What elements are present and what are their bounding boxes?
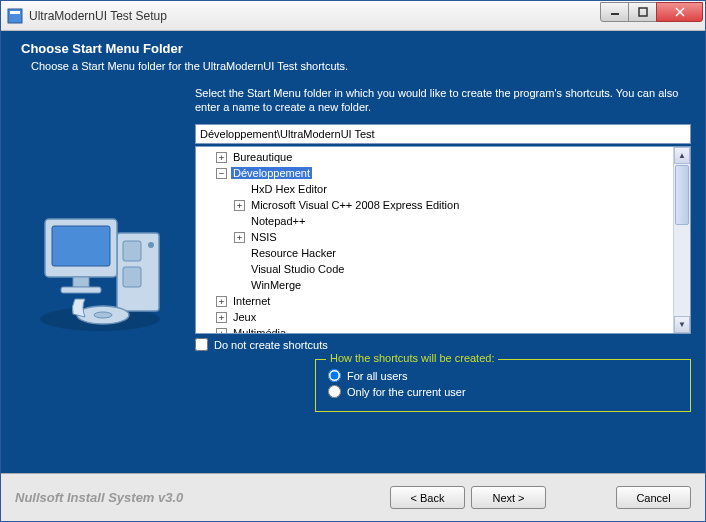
next-button[interactable]: Next >	[471, 486, 546, 509]
tree-item-label: Resource Hacker	[249, 247, 338, 259]
close-button[interactable]	[656, 2, 703, 22]
tree-item[interactable]: Notepad++	[198, 213, 690, 229]
tree-item-label: Bureautique	[231, 151, 294, 163]
scroll-thumb[interactable]	[675, 165, 689, 225]
titlebar: UltraModernUI Test Setup	[1, 1, 705, 31]
page-subtitle: Choose a Start Menu folder for the Ultra…	[31, 60, 685, 72]
radio-all-users-label: For all users	[347, 370, 408, 382]
tree-item[interactable]: Visual Studio Code	[198, 261, 690, 277]
computer-icon	[25, 189, 175, 339]
collapse-icon[interactable]: −	[216, 168, 227, 179]
minimize-icon	[610, 7, 620, 17]
tree-scrollbar[interactable]: ▲ ▼	[673, 147, 690, 333]
back-button[interactable]: < Back	[390, 486, 465, 509]
minimize-button[interactable]	[600, 2, 629, 22]
cancel-button[interactable]: Cancel	[616, 486, 691, 509]
svg-rect-9	[123, 267, 141, 287]
tree-item-label: Microsoft Visual C++ 2008 Express Editio…	[249, 199, 461, 211]
radio-all-users-row[interactable]: For all users	[328, 369, 678, 382]
tree-item-label: Internet	[231, 295, 272, 307]
radio-current-user-label: Only for the current user	[347, 386, 466, 398]
expand-icon[interactable]: +	[234, 200, 245, 211]
window-controls	[601, 2, 703, 22]
sidebar-illustration	[15, 86, 185, 412]
svg-rect-14	[61, 287, 101, 293]
page-title: Choose Start Menu Folder	[21, 41, 685, 56]
tree-item-label: WinMerge	[249, 279, 303, 291]
brand-text: Nullsoft Install System v3.0	[15, 490, 384, 505]
tree-item-label: Multimédia	[231, 327, 288, 334]
shortcut-scope-group: How the shortcuts will be created: For a…	[315, 359, 691, 412]
tree-item[interactable]: +Multimédia	[198, 325, 690, 334]
expand-icon[interactable]: +	[234, 232, 245, 243]
footer: Nullsoft Install System v3.0 < Back Next…	[1, 473, 705, 521]
tree-spacer	[234, 264, 245, 275]
tree-spacer	[234, 248, 245, 259]
folder-path-input[interactable]	[195, 124, 691, 144]
tree-item[interactable]: +Bureautique	[198, 149, 690, 165]
no-shortcuts-row[interactable]: Do not create shortcuts	[195, 338, 691, 351]
close-icon	[675, 7, 685, 17]
folder-tree[interactable]: +Bureautique−DéveloppementHxD Hex Editor…	[195, 146, 691, 334]
tree-item-label: Notepad++	[249, 215, 307, 227]
maximize-icon	[638, 7, 648, 17]
page-header: Choose Start Menu Folder Choose a Start …	[1, 31, 705, 86]
expand-icon[interactable]: +	[216, 328, 227, 335]
tree-item-label: Jeux	[231, 311, 258, 323]
tree-item-label: Développement	[231, 167, 312, 179]
expand-icon[interactable]: +	[216, 152, 227, 163]
window-title: UltraModernUI Test Setup	[29, 9, 601, 23]
svg-rect-3	[639, 8, 647, 16]
tree-item[interactable]: WinMerge	[198, 277, 690, 293]
tree-item-label: NSIS	[249, 231, 279, 243]
tree-item-label: HxD Hex Editor	[249, 183, 329, 195]
svg-point-10	[148, 242, 154, 248]
installer-window: UltraModernUI Test Setup Choose Start Me…	[0, 0, 706, 522]
tree-item[interactable]: +Microsoft Visual C++ 2008 Express Editi…	[198, 197, 690, 213]
tree-item[interactable]: −Développement	[198, 165, 690, 181]
no-shortcuts-checkbox[interactable]	[195, 338, 208, 351]
expand-icon[interactable]: +	[216, 296, 227, 307]
radio-current-user[interactable]	[328, 385, 341, 398]
radio-current-user-row[interactable]: Only for the current user	[328, 385, 678, 398]
content-area: Select the Start Menu folder in which yo…	[1, 86, 705, 412]
svg-rect-12	[52, 226, 110, 266]
scroll-down-button[interactable]: ▼	[674, 316, 690, 333]
radio-all-users[interactable]	[328, 369, 341, 382]
tree-spacer	[234, 184, 245, 195]
group-legend: How the shortcuts will be created:	[326, 352, 498, 364]
tree-spacer	[234, 280, 245, 291]
svg-rect-8	[123, 241, 141, 261]
svg-rect-1	[10, 11, 20, 14]
maximize-button[interactable]	[628, 2, 657, 22]
tree-item[interactable]: Resource Hacker	[198, 245, 690, 261]
tree-item[interactable]: HxD Hex Editor	[198, 181, 690, 197]
tree-item-label: Visual Studio Code	[249, 263, 346, 275]
main-panel: Select the Start Menu folder in which yo…	[195, 86, 691, 412]
expand-icon[interactable]: +	[216, 312, 227, 323]
tree-item[interactable]: +NSIS	[198, 229, 690, 245]
app-icon	[7, 8, 23, 24]
tree-spacer	[234, 216, 245, 227]
scroll-up-button[interactable]: ▲	[674, 147, 690, 164]
tree-item[interactable]: +Internet	[198, 293, 690, 309]
tree-item[interactable]: +Jeux	[198, 309, 690, 325]
svg-rect-13	[73, 277, 89, 287]
no-shortcuts-label: Do not create shortcuts	[214, 339, 328, 351]
instruction-text: Select the Start Menu folder in which yo…	[195, 86, 691, 114]
svg-point-16	[94, 312, 112, 318]
